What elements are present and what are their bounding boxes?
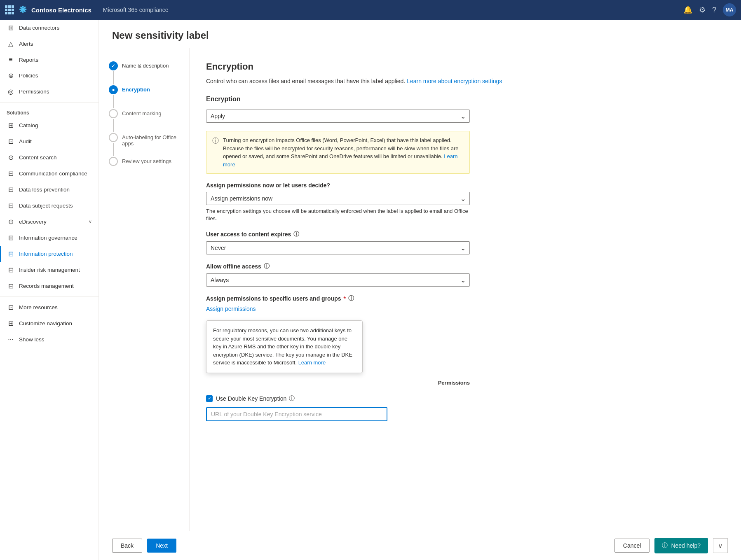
- step-circle-2: ●: [109, 85, 118, 94]
- user-access-group: User access to content expires ⓘ Never O…: [206, 231, 725, 254]
- user-access-select[interactable]: Never On a specific date A number of day…: [206, 241, 470, 254]
- sidebar-item-label: Policies: [19, 72, 38, 79]
- step-review: Review your settings: [109, 157, 179, 166]
- offline-access-info-icon[interactable]: ⓘ: [264, 263, 270, 270]
- alerts-icon: △: [7, 40, 15, 48]
- sidebar-item-label: eDiscovery: [19, 219, 47, 225]
- sidebar-item-communication-compliance[interactable]: ⊟ Communication compliance: [0, 166, 98, 182]
- next-button[interactable]: Next: [147, 539, 176, 553]
- app-logo: ❋ Contoso Electronics: [5, 5, 91, 15]
- sidebar-item-label: Audit: [19, 138, 32, 145]
- sidebar-item-label: Content search: [19, 154, 57, 161]
- sidebar-item-policies[interactable]: ⊜ Policies: [0, 68, 98, 84]
- step-auto-labeling: Auto-labeling for Office apps: [109, 133, 179, 157]
- sidebar-item-label: More resources: [19, 304, 58, 310]
- wizard-steps: ✓ Name & description ● Encryption: [99, 48, 190, 531]
- step-connector-4: [113, 143, 114, 156]
- sidebar-item-data-connectors[interactable]: ⊞ Data connectors: [0, 20, 98, 36]
- learn-more-link[interactable]: Learn more about encryption settings: [407, 78, 502, 84]
- sidebar-item-label: Catalog: [19, 122, 38, 128]
- policies-icon: ⊜: [7, 72, 15, 79]
- page-header: New sensitivity label: [99, 20, 741, 48]
- dke-checkbox[interactable]: ✓: [206, 395, 213, 402]
- ediscovery-icon: ⊙: [7, 218, 15, 226]
- data-connectors-icon: ⊞: [7, 24, 15, 32]
- encryption-select[interactable]: Apply Remove None: [206, 110, 470, 123]
- step-name-description: ✓ Name & description: [109, 61, 179, 85]
- permissions-icon: ◎: [7, 88, 15, 96]
- dke-section: ✓ Use Double Key Encryption ⓘ: [206, 395, 725, 421]
- offline-access-label: Allow offline access ⓘ: [206, 263, 725, 270]
- dke-info-icon[interactable]: ⓘ: [289, 395, 295, 402]
- sidebar-item-show-less[interactable]: ··· Show less: [0, 331, 98, 347]
- step-connector-2: [113, 95, 114, 108]
- sidebar-item-label: Records management: [19, 283, 74, 289]
- step-connector-3: [113, 119, 114, 132]
- warning-icon: ⓘ: [212, 137, 219, 168]
- user-access-select-wrapper: Never On a specific date A number of day…: [206, 241, 470, 254]
- show-less-icon: ···: [7, 336, 15, 343]
- assign-to-users-group: Assign permissions to specific users and…: [206, 295, 725, 312]
- sidebar-item-catalog[interactable]: ⊞ Catalog: [0, 117, 98, 133]
- user-access-info-icon[interactable]: ⓘ: [293, 231, 299, 238]
- form-description: Control who can access files and email m…: [206, 77, 725, 86]
- assign-permissions-helper: The encryption settings you choose will …: [206, 208, 470, 222]
- catalog-icon: ⊞: [7, 121, 15, 129]
- sidebar-item-label: Data connectors: [19, 25, 59, 31]
- user-avatar[interactable]: MA: [723, 3, 736, 16]
- sidebar-item-customize-navigation[interactable]: ⊞ Customize navigation: [0, 315, 98, 331]
- sidebar-item-more-resources[interactable]: ⊡ More resources: [0, 299, 98, 315]
- step-label-4: Auto-labeling for Office apps: [122, 133, 179, 147]
- assign-permissions-link[interactable]: Assign permissions: [206, 306, 256, 312]
- sidebar-item-records-management[interactable]: ⊟ Records management: [0, 278, 98, 294]
- sidebar-item-data-subject-requests[interactable]: ⊟ Data subject requests: [0, 198, 98, 214]
- dsr-icon: ⊟: [7, 202, 15, 210]
- sidebar-item-alerts[interactable]: △ Alerts: [0, 36, 98, 52]
- form-title: Encryption: [206, 61, 725, 72]
- sidebar-item-ediscovery[interactable]: ⊙ eDiscovery ∨: [0, 214, 98, 230]
- warning-text: Turning on encryption impacts Office fil…: [223, 136, 464, 168]
- page-title: New sensitivity label: [112, 30, 728, 41]
- dke-url-input[interactable]: [206, 407, 387, 421]
- sidebar-item-audit[interactable]: ⊡ Audit: [0, 133, 98, 149]
- assign-permissions-group: Assign permissions now or let users deci…: [206, 182, 725, 222]
- encryption-dropdown-group: Apply Remove None: [206, 110, 725, 123]
- sidebar-item-information-governance[interactable]: ⊟ Information governance: [0, 230, 98, 246]
- sidebar-item-content-search[interactable]: ⊙ Content search: [0, 149, 98, 166]
- sidebar-item-data-loss-prevention[interactable]: ⊟ Data loss prevention: [0, 182, 98, 198]
- customize-nav-icon: ⊞: [7, 320, 15, 327]
- sidebar-item-label: Data loss prevention: [19, 187, 70, 193]
- topbar-actions: 🔔 ⚙ ? MA: [683, 3, 736, 16]
- reports-icon: ≡: [7, 56, 15, 63]
- assign-permissions-select[interactable]: Assign permissions now Let users assign …: [206, 192, 470, 205]
- info-governance-icon: ⊟: [7, 234, 15, 242]
- dke-tooltip-popup: For regulatory reasons, you can use two …: [206, 320, 363, 373]
- assign-permissions-select-wrapper: Assign permissions now Let users assign …: [206, 192, 470, 205]
- waffle-icon[interactable]: [5, 5, 14, 14]
- need-help-button[interactable]: ⓘ Need help?: [654, 538, 708, 553]
- sidebar-item-reports[interactable]: ≡ Reports: [0, 52, 98, 68]
- permissions-header: Permissions: [206, 380, 470, 388]
- sidebar-item-insider-risk-management[interactable]: ⊟ Insider risk management: [0, 262, 98, 278]
- form-panel: Encryption Control who can access files …: [190, 48, 741, 531]
- sidebar-item-label: Show less: [19, 336, 45, 343]
- step-label-2: Encryption: [122, 85, 150, 93]
- sidebar-item-information-protection[interactable]: ⊟ Information protection: [0, 246, 98, 262]
- settings-icon[interactable]: ⚙: [699, 5, 706, 14]
- cancel-button[interactable]: Cancel: [614, 539, 650, 553]
- scroll-down-button[interactable]: ∨: [713, 538, 728, 553]
- step-encryption: ● Encryption: [109, 85, 179, 109]
- offline-access-select[interactable]: Always Never Only for a number of days: [206, 273, 470, 287]
- dlp-icon: ⊟: [7, 186, 15, 194]
- help-icon[interactable]: ?: [712, 6, 716, 14]
- dke-checkbox-row: ✓ Use Double Key Encryption ⓘ: [206, 395, 725, 402]
- notification-icon[interactable]: 🔔: [683, 5, 692, 14]
- assign-users-info-icon[interactable]: ⓘ: [348, 295, 354, 302]
- sidebar-item-label: Information protection: [19, 251, 73, 257]
- assign-to-users-label: Assign permissions to specific users and…: [206, 295, 725, 302]
- sidebar-item-permissions[interactable]: ◎ Permissions: [0, 84, 98, 100]
- sidebar-item-label: Data subject requests: [19, 203, 73, 209]
- comm-compliance-icon: ⊟: [7, 170, 15, 177]
- tooltip-learn-more-link[interactable]: Learn more: [298, 359, 326, 366]
- back-button[interactable]: Back: [112, 539, 142, 553]
